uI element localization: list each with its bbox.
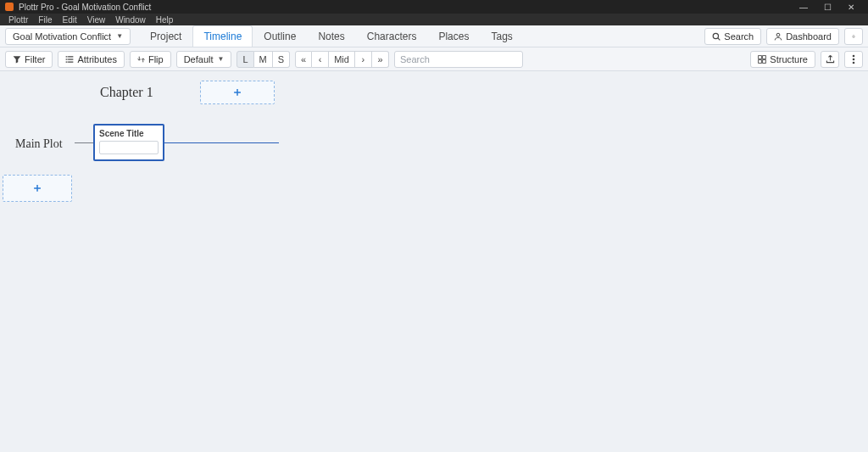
plotline-connector-right	[164, 142, 279, 143]
dashboard-button[interactable]: Dashboard	[766, 28, 839, 45]
tab-project[interactable]: Project	[139, 25, 192, 47]
menubar: Plottr File Edit View Window Help	[0, 14, 868, 25]
svg-line-1	[718, 37, 721, 40]
tab-notes[interactable]: Notes	[307, 25, 355, 47]
bell-icon	[852, 32, 855, 41]
menu-edit[interactable]: Edit	[57, 15, 81, 25]
default-label: Default	[184, 54, 214, 64]
caret-down-icon: ▼	[218, 55, 225, 63]
timeline-canvas[interactable]: Chapter 1 ＋ Main Plot Scene Title ＋	[0, 71, 868, 452]
zoom-level-group: L M S	[236, 51, 290, 68]
svg-rect-10	[763, 55, 766, 59]
window-minimize-button[interactable]: —	[792, 3, 815, 12]
filter-icon	[13, 55, 21, 64]
menu-view[interactable]: View	[82, 15, 111, 25]
export-button[interactable]	[821, 51, 839, 68]
svg-point-14	[853, 58, 855, 60]
filter-button[interactable]: Filter	[5, 51, 53, 68]
dashboard-button-label: Dashboard	[786, 31, 832, 42]
svg-rect-4	[69, 56, 74, 57]
timeline-search-input[interactable]	[394, 51, 523, 68]
flip-button[interactable]: Flip	[130, 51, 171, 68]
menu-window[interactable]: Window	[110, 15, 151, 25]
window-title: Plottr Pro - Goal Motivation Conflict	[19, 3, 151, 12]
nav-group: « ‹ Mid › »	[295, 51, 389, 68]
tab-places[interactable]: Places	[427, 25, 480, 47]
svg-rect-3	[66, 56, 68, 57]
export-icon	[826, 54, 835, 64]
flip-icon	[137, 55, 145, 64]
search-button-label: Search	[724, 31, 754, 42]
tab-timeline[interactable]: Timeline	[192, 25, 253, 47]
svg-rect-8	[69, 61, 74, 62]
zoom-small[interactable]: S	[273, 51, 290, 68]
add-chapter-button[interactable]: ＋	[200, 81, 275, 104]
menu-plottr[interactable]: Plottr	[3, 15, 33, 25]
more-button[interactable]	[844, 51, 863, 68]
scene-title-input[interactable]	[99, 141, 159, 154]
caret-down-icon: ▼	[116, 32, 123, 40]
svg-point-2	[776, 33, 780, 36]
structure-button[interactable]: Structure	[750, 51, 815, 68]
svg-rect-9	[759, 55, 762, 59]
nav-first[interactable]: «	[295, 51, 312, 68]
project-dropdown[interactable]: Goal Motivation Conflict ▼	[5, 28, 131, 45]
nav-mid[interactable]: Mid	[329, 51, 355, 68]
structure-label: Structure	[770, 54, 808, 64]
svg-point-15	[853, 61, 855, 64]
window-close-button[interactable]: ✕	[839, 3, 863, 12]
plus-icon: ＋	[231, 85, 243, 100]
svg-rect-6	[69, 59, 74, 59]
timeline-toolbar: Filter Attributes Flip Default ▼ L M S «…	[0, 47, 868, 71]
main-tabbar: Goal Motivation Conflict ▼ Project Timel…	[0, 25, 868, 47]
tab-outline[interactable]: Outline	[253, 25, 307, 47]
svg-point-13	[853, 54, 855, 57]
svg-rect-7	[66, 61, 68, 62]
nav-next[interactable]: ›	[355, 51, 372, 68]
scene-card-label: Scene Title	[99, 129, 159, 138]
add-plotline-button[interactable]: ＋	[3, 175, 72, 202]
user-icon	[774, 32, 782, 41]
kebab-icon	[852, 54, 855, 64]
plotline-label[interactable]: Main Plot	[15, 137, 63, 151]
tab-tags[interactable]: Tags	[480, 25, 523, 47]
project-dropdown-label: Goal Motivation Conflict	[13, 31, 111, 42]
nav-prev[interactable]: ‹	[312, 51, 329, 68]
attributes-label: Attributes	[77, 54, 116, 64]
list-icon	[65, 55, 74, 64]
default-dropdown[interactable]: Default ▼	[176, 51, 232, 68]
app-icon	[5, 3, 14, 11]
zoom-large[interactable]: L	[236, 51, 253, 68]
window-titlebar: Plottr Pro - Goal Motivation Conflict — …	[0, 0, 868, 14]
notifications-button[interactable]	[844, 28, 863, 45]
nav-last[interactable]: »	[372, 51, 389, 68]
chapter-header[interactable]: Chapter 1	[100, 85, 153, 100]
zoom-medium[interactable]: M	[254, 51, 273, 68]
search-button[interactable]: Search	[704, 28, 761, 45]
scene-card[interactable]: Scene Title	[93, 124, 164, 161]
attributes-button[interactable]: Attributes	[58, 51, 124, 68]
menu-help[interactable]: Help	[151, 15, 179, 25]
grid-icon	[758, 55, 766, 64]
tab-characters[interactable]: Characters	[356, 25, 428, 47]
svg-rect-11	[759, 59, 762, 63]
search-icon	[712, 32, 721, 41]
window-maximize-button[interactable]: ☐	[815, 3, 839, 12]
filter-label: Filter	[25, 54, 45, 64]
plus-icon: ＋	[31, 181, 43, 196]
svg-rect-12	[763, 59, 766, 63]
flip-label: Flip	[148, 54, 164, 64]
chevron-double-left-icon: «	[301, 54, 306, 64]
chevron-left-icon: ‹	[319, 54, 322, 64]
svg-point-0	[714, 33, 719, 38]
menu-file[interactable]: File	[33, 15, 57, 25]
chevron-double-right-icon: »	[377, 54, 382, 64]
svg-rect-5	[66, 59, 68, 59]
plotline-connector-left	[75, 142, 93, 143]
chevron-right-icon: ›	[362, 54, 365, 64]
